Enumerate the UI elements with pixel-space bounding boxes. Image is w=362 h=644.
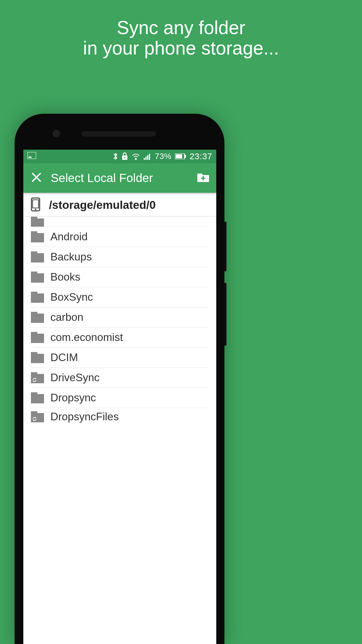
folder-label: carbon	[50, 311, 83, 323]
promo-line1: Sync any folder	[0, 18, 362, 38]
folder-item[interactable]: Backups	[31, 247, 209, 267]
phone-speaker	[82, 131, 156, 136]
page-title: Select Local Folder	[51, 171, 195, 185]
folder-label: DropsyncFiles	[50, 411, 119, 423]
phone-camera	[52, 130, 60, 137]
folder-label: Android	[50, 231, 88, 243]
close-button[interactable]	[29, 170, 44, 186]
folder-item[interactable]: com.economist	[31, 328, 209, 348]
folder-icon	[31, 251, 44, 262]
folder-label: amazon	[50, 224, 89, 227]
bluetooth-icon	[113, 152, 118, 161]
phone-frame: 73% 23:37 Select Local Folder	[15, 114, 224, 644]
folder-item[interactable]: Android	[31, 227, 209, 247]
current-path: /storage/emulated/0	[49, 199, 156, 211]
promo-text: Sync any folder in your phone storage...	[0, 18, 362, 59]
status-time: 23:37	[189, 151, 212, 161]
svg-rect-8	[149, 154, 150, 160]
folder-icon	[31, 392, 44, 403]
svg-point-3	[124, 157, 125, 158]
folder-item[interactable]: BoxSync	[31, 287, 209, 307]
folder-icon	[31, 292, 44, 303]
folder-sync-icon	[31, 372, 44, 383]
folder-sync-icon	[31, 411, 44, 422]
svg-rect-11	[185, 155, 186, 158]
svg-rect-0	[27, 152, 36, 159]
folder-label: Dropsync	[50, 392, 96, 404]
phone-side-button	[224, 283, 226, 346]
phone-side-button	[224, 222, 226, 271]
folder-icon	[31, 217, 44, 227]
lock-icon	[122, 152, 128, 160]
screen: 73% 23:37 Select Local Folder	[23, 150, 216, 644]
folder-icon	[31, 272, 44, 283]
folder-item[interactable]: DriveSync	[31, 368, 209, 388]
folder-icon	[31, 312, 44, 323]
folder-item[interactable]: carbon	[31, 307, 209, 328]
battery-percent: 73%	[155, 152, 172, 161]
wifi-icon	[131, 153, 140, 160]
folder-list[interactable]: amazonAndroidBackupsBooksBoxSynccarbonco…	[23, 216, 216, 426]
photo-icon	[27, 152, 36, 161]
close-icon	[31, 172, 41, 183]
folder-label: DriveSync	[50, 372, 100, 384]
folder-plus-icon	[197, 173, 209, 183]
folder-label: BoxSync	[50, 291, 93, 303]
svg-rect-13	[33, 200, 38, 208]
folder-item[interactable]: Dropsync	[31, 388, 209, 408]
svg-rect-7	[147, 155, 148, 160]
svg-rect-10	[176, 154, 182, 158]
folder-item[interactable]: Books	[31, 267, 209, 287]
folder-item[interactable]: DropsyncFiles	[31, 408, 209, 426]
svg-rect-6	[145, 157, 147, 160]
new-folder-button[interactable]	[195, 170, 211, 186]
folder-label: Backups	[50, 251, 92, 263]
status-left	[27, 152, 36, 161]
status-bar: 73% 23:37	[23, 150, 216, 163]
battery-icon	[175, 153, 186, 159]
promo-line2: in your phone storage...	[0, 38, 362, 58]
svg-rect-1	[29, 157, 31, 158]
svg-point-14	[35, 209, 36, 210]
status-right: 73% 23:37	[113, 151, 212, 161]
phone-icon	[31, 197, 40, 213]
current-path-bar[interactable]: /storage/emulated/0	[23, 193, 216, 216]
app-bar: Select Local Folder	[23, 163, 216, 193]
folder-label: com.economist	[50, 331, 123, 344]
folder-item[interactable]: amazon	[31, 216, 209, 227]
svg-rect-5	[144, 158, 145, 160]
folder-label: Books	[50, 271, 80, 283]
svg-point-4	[135, 158, 136, 160]
signal-icon	[144, 153, 151, 160]
folder-item[interactable]: DCIM	[31, 348, 209, 368]
folder-icon	[31, 352, 44, 363]
folder-label: DCIM	[50, 351, 78, 364]
folder-icon	[31, 231, 44, 242]
folder-icon	[31, 332, 44, 343]
